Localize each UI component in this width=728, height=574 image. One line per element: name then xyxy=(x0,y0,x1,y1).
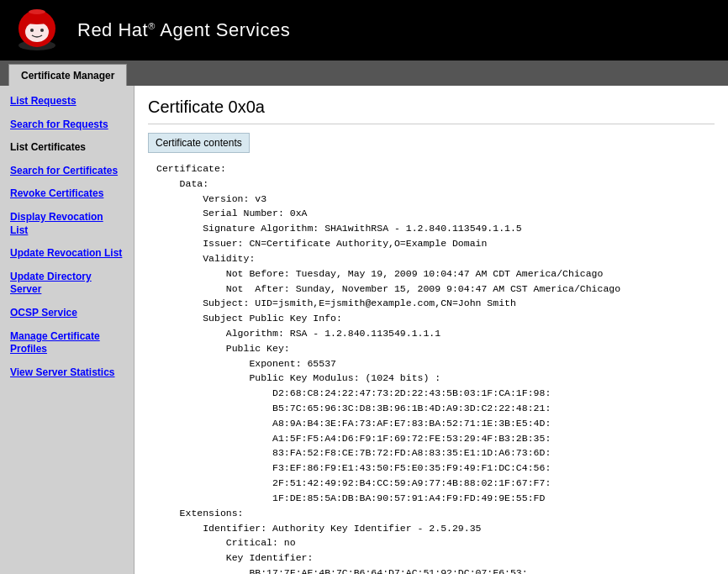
sidebar-item-revoke-certificates[interactable]: Revoke Certificates xyxy=(3,183,130,205)
sidebar-item-list-requests[interactable]: List Requests xyxy=(3,91,130,113)
page-title: Certificate 0x0a xyxy=(148,94,715,124)
sidebar-item-update-directory-server[interactable]: Update Directory Server xyxy=(3,266,130,301)
redhat-logo xyxy=(13,7,61,54)
cert-contents-label: Certificate contents xyxy=(148,133,250,153)
main-layout: List Requests Search for Requests List C… xyxy=(0,86,728,574)
sidebar-item-list-certificates[interactable]: List Certificates xyxy=(3,137,130,159)
tab-bar: Certificate Manager xyxy=(0,61,728,86)
sidebar-item-view-server-statistics[interactable]: View Server Statistics xyxy=(3,362,130,384)
sidebar-item-ocsp-service[interactable]: OCSP Service xyxy=(3,303,130,324)
sidebar-item-manage-certificate-profiles[interactable]: Manage Certificate Profiles xyxy=(3,326,130,361)
content-area: Certificate 0x0a Certificate contents Ce… xyxy=(135,86,728,574)
svg-point-7 xyxy=(40,29,44,32)
app-title: Red Hat® Agent Services xyxy=(77,19,290,41)
sidebar-item-search-for-requests[interactable]: Search for Requests xyxy=(3,114,130,136)
cert-text: Certificate: Data: Version: v3 Serial Nu… xyxy=(148,161,715,574)
sidebar-item-display-revocation-list[interactable]: Display Revocation List xyxy=(3,207,130,241)
sidebar: List Requests Search for Requests List C… xyxy=(0,86,135,574)
svg-point-6 xyxy=(30,29,34,32)
tab-certificate-manager[interactable]: Certificate Manager xyxy=(8,64,127,86)
svg-point-2 xyxy=(25,22,49,42)
sidebar-item-update-revocation-list[interactable]: Update Revocation List xyxy=(3,243,130,265)
svg-point-5 xyxy=(29,9,45,14)
header: Red Hat® Agent Services xyxy=(0,0,728,61)
sidebar-item-search-for-certificates[interactable]: Search for Certificates xyxy=(3,161,130,182)
